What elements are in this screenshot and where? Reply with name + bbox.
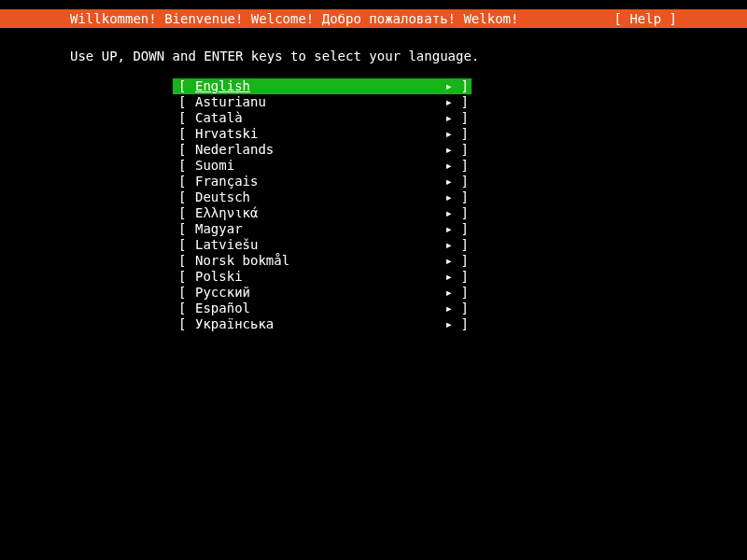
left-bracket: [ bbox=[178, 142, 195, 158]
language-option[interactable]: [ Magyar▸ ] bbox=[173, 221, 472, 237]
right-bracket: ] bbox=[453, 110, 466, 126]
submenu-arrow-icon: ▸ bbox=[440, 269, 453, 285]
language-label: Hrvatski bbox=[195, 126, 440, 142]
submenu-arrow-icon: ▸ bbox=[440, 126, 453, 142]
help-button[interactable]: [ Help ] bbox=[614, 9, 738, 28]
right-bracket: ] bbox=[453, 269, 466, 285]
right-bracket: ] bbox=[453, 78, 466, 94]
submenu-arrow-icon: ▸ bbox=[440, 237, 453, 253]
submenu-arrow-icon: ▸ bbox=[440, 174, 453, 189]
submenu-arrow-icon: ▸ bbox=[440, 189, 453, 205]
language-label: Ελληνικά bbox=[195, 205, 440, 221]
language-label: Asturianu bbox=[195, 94, 440, 110]
right-bracket: ] bbox=[453, 301, 466, 316]
left-bracket: [ bbox=[178, 221, 195, 237]
left-bracket: [ bbox=[178, 301, 195, 316]
submenu-arrow-icon: ▸ bbox=[440, 316, 453, 332]
language-label: Español bbox=[195, 301, 440, 316]
header-bar: Willkommen! Bienvenue! Welcome! Добро по… bbox=[0, 9, 747, 28]
right-bracket: ] bbox=[453, 237, 466, 253]
language-option[interactable]: [ Català▸ ] bbox=[173, 110, 472, 126]
language-option[interactable]: [ Français▸ ] bbox=[173, 174, 472, 189]
language-list[interactable]: [ English▸ ][ Asturianu▸ ][ Català▸ ][ H… bbox=[173, 78, 472, 332]
language-option[interactable]: [ Ελληνικά▸ ] bbox=[173, 205, 472, 221]
left-bracket: [ bbox=[178, 126, 195, 142]
submenu-arrow-icon: ▸ bbox=[440, 158, 453, 174]
submenu-arrow-icon: ▸ bbox=[440, 205, 453, 221]
submenu-arrow-icon: ▸ bbox=[440, 142, 453, 158]
language-option[interactable]: [ Latviešu▸ ] bbox=[173, 237, 472, 253]
submenu-arrow-icon: ▸ bbox=[440, 221, 453, 237]
language-label: Deutsch bbox=[195, 189, 440, 205]
right-bracket: ] bbox=[453, 94, 466, 110]
language-label: Français bbox=[195, 174, 440, 189]
header-title: Willkommen! Bienvenue! Welcome! Добро по… bbox=[9, 9, 518, 28]
left-bracket: [ bbox=[178, 189, 195, 205]
left-bracket: [ bbox=[178, 158, 195, 174]
language-option[interactable]: [ Українська▸ ] bbox=[173, 316, 472, 332]
left-bracket: [ bbox=[178, 253, 195, 269]
left-bracket: [ bbox=[178, 78, 195, 94]
left-bracket: [ bbox=[178, 316, 195, 332]
language-option[interactable]: [ Suomi▸ ] bbox=[173, 158, 472, 174]
submenu-arrow-icon: ▸ bbox=[440, 78, 453, 94]
language-label: Català bbox=[195, 110, 440, 126]
right-bracket: ] bbox=[453, 285, 466, 301]
right-bracket: ] bbox=[453, 221, 466, 237]
language-option[interactable]: [ Русский▸ ] bbox=[173, 285, 472, 301]
left-bracket: [ bbox=[178, 237, 195, 253]
language-label: Українська bbox=[195, 316, 440, 332]
left-bracket: [ bbox=[178, 174, 195, 189]
left-bracket: [ bbox=[178, 269, 195, 285]
language-label: Norsk bokmål bbox=[195, 253, 440, 269]
language-option[interactable]: [ Español▸ ] bbox=[173, 301, 472, 316]
language-label: Latviešu bbox=[195, 237, 440, 253]
language-option[interactable]: [ Asturianu▸ ] bbox=[173, 94, 472, 110]
language-label: Русский bbox=[195, 285, 440, 301]
right-bracket: ] bbox=[453, 316, 466, 332]
language-option[interactable]: [ Hrvatski▸ ] bbox=[173, 126, 472, 142]
right-bracket: ] bbox=[453, 142, 466, 158]
right-bracket: ] bbox=[453, 205, 466, 221]
left-bracket: [ bbox=[178, 110, 195, 126]
language-label: Polski bbox=[195, 269, 440, 285]
language-option[interactable]: [ Polski▸ ] bbox=[173, 269, 472, 285]
submenu-arrow-icon: ▸ bbox=[440, 94, 453, 110]
submenu-arrow-icon: ▸ bbox=[440, 301, 453, 316]
submenu-arrow-icon: ▸ bbox=[440, 285, 453, 301]
submenu-arrow-icon: ▸ bbox=[440, 253, 453, 269]
submenu-arrow-icon: ▸ bbox=[440, 110, 453, 126]
left-bracket: [ bbox=[178, 94, 195, 110]
instruction-text: Use UP, DOWN and ENTER keys to select yo… bbox=[0, 28, 747, 78]
language-label: English bbox=[195, 78, 440, 94]
language-option[interactable]: [ English▸ ] bbox=[173, 78, 472, 94]
language-option[interactable]: [ Nederlands▸ ] bbox=[173, 142, 472, 158]
right-bracket: ] bbox=[453, 158, 466, 174]
language-label: Magyar bbox=[195, 221, 440, 237]
left-bracket: [ bbox=[178, 205, 195, 221]
right-bracket: ] bbox=[453, 189, 466, 205]
language-option[interactable]: [ Deutsch▸ ] bbox=[173, 189, 472, 205]
language-label: Suomi bbox=[195, 158, 440, 174]
language-label: Nederlands bbox=[195, 142, 440, 158]
right-bracket: ] bbox=[453, 126, 466, 142]
right-bracket: ] bbox=[453, 253, 466, 269]
left-bracket: [ bbox=[178, 285, 195, 301]
right-bracket: ] bbox=[453, 174, 466, 189]
language-option[interactable]: [ Norsk bokmål▸ ] bbox=[173, 253, 472, 269]
